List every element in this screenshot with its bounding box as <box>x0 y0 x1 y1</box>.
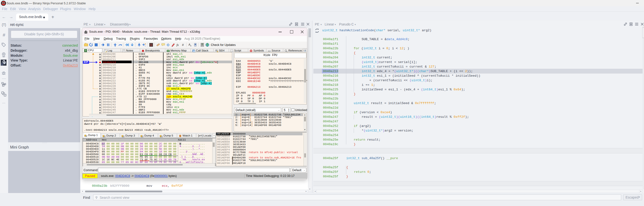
svg-text:S: S <box>150 44 152 46</box>
svg-text:z: z <box>190 45 192 47</box>
svg-text:#: # <box>182 43 184 47</box>
svg-text:32: 32 <box>85 50 86 51</box>
svg-text:fx: fx <box>176 43 179 47</box>
svg-text:<>: <> <box>268 50 271 52</box>
svg-text:A: A <box>188 43 190 46</box>
svg-text:<>: <> <box>231 50 233 52</box>
